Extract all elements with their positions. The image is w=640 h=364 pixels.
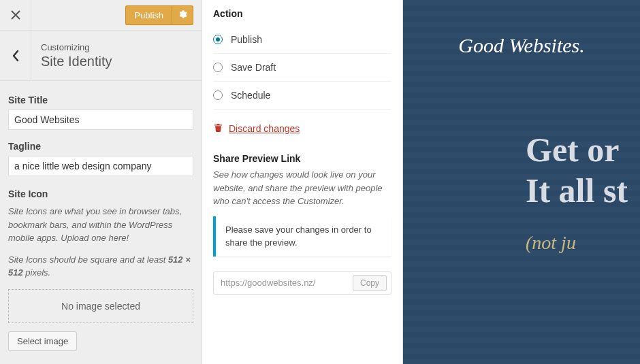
discard-changes-label: Discard changes	[229, 123, 300, 134]
section-header: Customizing Site Identity	[0, 31, 202, 81]
site-preview: Good Websites. Get or It all st (not ju	[403, 0, 640, 364]
chevron-left-icon	[12, 50, 20, 62]
action-option-publish[interactable]: Publish	[213, 26, 391, 54]
hero-text: Get or It all st (not ju	[526, 129, 640, 254]
sidebar-top-bar: Publish	[0, 0, 202, 31]
tagline-label: Tagline	[8, 141, 193, 152]
publish-settings-button[interactable]	[172, 5, 193, 25]
site-title-input[interactable]	[8, 110, 193, 130]
share-preview-heading: Share Preview Link	[213, 153, 391, 164]
site-icon-desc-2: Site Icons should be square and at least…	[8, 253, 193, 280]
publish-button-group: Publish	[125, 5, 193, 25]
back-button[interactable]	[0, 31, 31, 81]
site-logo-text: Good Websites.	[458, 34, 585, 57]
hero-subtitle: (not ju	[526, 231, 640, 254]
customizing-label: Customizing	[41, 42, 112, 52]
discard-changes-link[interactable]: Discard changes	[213, 122, 391, 135]
radio-icon	[213, 35, 223, 44]
gear-icon	[178, 10, 187, 19]
action-option-label: Save Draft	[231, 62, 276, 73]
close-icon	[11, 10, 20, 20]
site-icon-desc-2c: pixels.	[23, 267, 50, 278]
action-option-schedule[interactable]: Schedule	[213, 82, 391, 110]
tagline-input[interactable]	[8, 156, 193, 176]
site-icon-desc-2a: Site Icons should be square and at least	[8, 254, 168, 265]
radio-icon	[213, 90, 223, 100]
site-title-label: Site Title	[8, 95, 193, 105]
copy-url-button[interactable]: Copy	[353, 275, 387, 291]
section-title: Site Identity	[41, 54, 112, 69]
publish-settings-panel: Action Publish Save Draft Schedule Disca…	[202, 0, 403, 364]
site-icon-label: Site Icon	[8, 188, 193, 199]
hero-line-1: Get or	[526, 129, 640, 170]
preview-url-row: https://goodwebsites.nz/ Copy	[213, 271, 391, 295]
site-icon-dropzone[interactable]: No image selected	[8, 289, 193, 323]
trash-icon	[213, 122, 223, 135]
hero-line-2: It all st	[526, 170, 640, 211]
radio-icon	[213, 63, 223, 72]
section-header-text: Customizing Site Identity	[31, 42, 112, 69]
customizer-sidebar: Publish Customizing Site Identity Site T…	[0, 0, 202, 364]
action-option-label: Schedule	[231, 90, 270, 101]
save-changes-notice: Please save your changes in order to sha…	[213, 216, 391, 257]
close-customizer-button[interactable]	[0, 0, 31, 31]
action-option-label: Publish	[231, 34, 262, 45]
site-icon-desc-1: Site Icons are what you see in browser t…	[8, 205, 193, 245]
action-option-save-draft[interactable]: Save Draft	[213, 54, 391, 82]
select-image-button[interactable]: Select image	[8, 331, 77, 351]
preview-url: https://goodwebsites.nz/	[221, 278, 353, 288]
action-heading: Action	[213, 8, 391, 19]
section-body: Site Title Tagline Site Icon Site Icons …	[0, 81, 202, 359]
publish-button[interactable]: Publish	[125, 5, 172, 25]
share-preview-desc: See how changes would look live on your …	[213, 168, 391, 208]
